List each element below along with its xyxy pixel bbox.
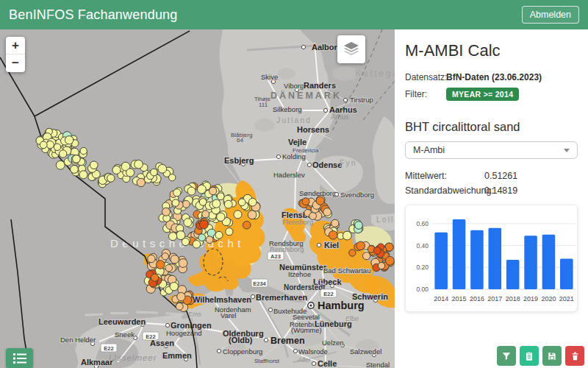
station-dot[interactable] — [316, 197, 324, 205]
station-dot[interactable] — [170, 283, 178, 291]
dataset-value: BfN-Daten (23.06.2023) — [446, 72, 542, 82]
report-button[interactable] — [520, 346, 539, 366]
save-button[interactable] — [542, 346, 562, 366]
station-dot[interactable] — [212, 199, 220, 208]
station-dot[interactable] — [238, 199, 245, 206]
station-dot[interactable] — [200, 220, 209, 229]
clipboard-icon — [524, 351, 534, 361]
station-dot[interactable] — [217, 213, 225, 221]
station-dot[interactable] — [176, 303, 183, 311]
station-dot[interactable] — [71, 166, 79, 174]
station-dot[interactable] — [148, 255, 155, 262]
layers-icon — [342, 40, 361, 59]
station-dot[interactable] — [378, 263, 384, 269]
mean-row: Mittelwert: 0.51261 — [405, 171, 578, 181]
station-dot[interactable] — [184, 219, 192, 227]
station-dot[interactable] — [187, 187, 196, 195]
station-dot[interactable] — [79, 171, 87, 179]
station-dot[interactable] — [323, 208, 331, 216]
svg-text:Kiel: Kiel — [324, 241, 339, 250]
station-dot[interactable] — [151, 274, 159, 281]
station-dot[interactable] — [169, 174, 176, 181]
map-container[interactable]: AalborgKattegatSkiveViborgRandersDÄNEMAR… — [0, 29, 395, 368]
index-select[interactable]: M-Ambi — [405, 141, 578, 159]
svg-text:Sønderborg: Sønderborg — [299, 189, 336, 197]
zoom-control: + − — [6, 37, 25, 72]
delete-button[interactable] — [565, 346, 584, 366]
station-dot[interactable] — [107, 174, 115, 182]
legend-button[interactable] — [6, 348, 33, 368]
station-dot[interactable] — [171, 255, 179, 263]
svg-text:E234: E234 — [253, 280, 266, 287]
station-dot[interactable] — [179, 259, 187, 268]
station-dot[interactable] — [73, 155, 81, 163]
zoom-in-button[interactable]: + — [6, 37, 25, 54]
station-dot[interactable] — [343, 231, 351, 240]
station-dot[interactable] — [177, 292, 185, 300]
station-dot[interactable] — [56, 160, 65, 169]
station-dot[interactable] — [224, 200, 232, 208]
station-dot[interactable] — [373, 247, 381, 255]
station-dot[interactable] — [206, 236, 213, 244]
station-dot[interactable] — [355, 222, 363, 230]
station-dot[interactable] — [162, 253, 168, 260]
svg-text:Jutland: Jutland — [276, 116, 312, 124]
station-dot[interactable] — [173, 189, 181, 197]
station-dot[interactable] — [165, 264, 173, 272]
svg-text:Vejle: Vejle — [288, 138, 306, 146]
station-dot[interactable] — [198, 185, 207, 194]
station-dot[interactable] — [169, 233, 177, 241]
station-dot[interactable] — [65, 136, 73, 144]
station-dot[interactable] — [202, 210, 209, 218]
filter-button[interactable] — [497, 346, 516, 366]
station-dot[interactable] — [302, 198, 309, 205]
svg-text:Celle: Celle — [318, 359, 337, 368]
station-dot[interactable] — [356, 241, 365, 250]
layers-control[interactable] — [337, 35, 365, 63]
station-dot[interactable] — [157, 261, 165, 269]
station-dot[interactable] — [60, 150, 67, 158]
station-dot[interactable] — [80, 147, 87, 154]
svg-text:0.40: 0.40 — [416, 242, 429, 250]
station-dot[interactable] — [162, 208, 171, 216]
station-dot[interactable] — [331, 219, 339, 227]
station-dot[interactable] — [234, 210, 242, 219]
station-dot[interactable] — [112, 166, 121, 174]
station-dot[interactable] — [243, 222, 251, 230]
svg-text:Tirstrup: Tirstrup — [350, 96, 373, 104]
station-dot[interactable] — [386, 256, 395, 265]
svg-text:Viborg: Viborg — [284, 82, 304, 90]
station-dot[interactable] — [215, 231, 223, 238]
station-dot[interactable] — [137, 178, 145, 186]
station-dot[interactable] — [54, 144, 60, 150]
station-dot[interactable] — [182, 200, 190, 208]
station-dot[interactable] — [172, 199, 179, 207]
station-dot[interactable] — [226, 228, 233, 236]
station-dot[interactable] — [198, 234, 206, 241]
station-dot[interactable] — [217, 193, 224, 200]
stddev-label: Standardabweichung: — [405, 185, 484, 196]
station-dot[interactable] — [126, 169, 135, 177]
station-dot[interactable] — [309, 213, 317, 220]
station-dot[interactable] — [182, 238, 189, 246]
station-dot[interactable] — [40, 141, 47, 149]
station-dot[interactable] — [209, 187, 216, 194]
station-dot[interactable] — [151, 169, 158, 176]
logout-button[interactable]: Abmelden — [522, 6, 579, 24]
map-canvas[interactable]: AalborgKattegatSkiveViborgRandersDÄNEMAR… — [0, 29, 395, 368]
svg-text:Emmen: Emmen — [162, 351, 192, 360]
station-dot[interactable] — [193, 241, 201, 249]
station-dot[interactable] — [349, 250, 356, 256]
svg-text:Leeuwarden: Leeuwarden — [98, 317, 146, 326]
station-dot[interactable] — [90, 161, 98, 169]
station-dot[interactable] — [158, 164, 167, 173]
station-dot[interactable] — [248, 198, 257, 206]
svg-text:Staffhorst: Staffhorst — [254, 358, 280, 364]
svg-text:IJsselmeer: IJsselmeer — [109, 353, 157, 362]
bar-2015 — [453, 219, 466, 289]
station-dot[interactable] — [135, 160, 143, 169]
station-dot[interactable] — [329, 231, 337, 240]
station-dot[interactable] — [248, 210, 257, 219]
dataset-label: Datensatz: — [405, 72, 446, 82]
zoom-out-button[interactable]: − — [6, 54, 25, 72]
